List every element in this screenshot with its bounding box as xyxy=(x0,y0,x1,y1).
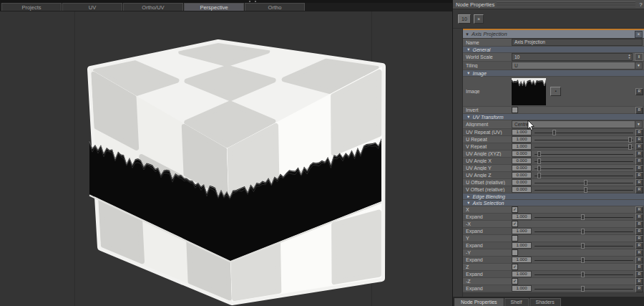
invert-checkbox[interactable] xyxy=(512,107,518,113)
chevron-down-icon[interactable]: ▼ xyxy=(635,121,642,128)
reset-button[interactable]: R xyxy=(635,179,643,186)
u-offset-relative-value[interactable]: 0.000 xyxy=(512,179,532,186)
spinner-icon[interactable]: ▲▼ xyxy=(627,54,632,60)
remove-node-icon[interactable]: × xyxy=(474,14,484,24)
uv-angle-x-slider[interactable] xyxy=(535,158,633,164)
reset-button[interactable]: R xyxy=(635,136,643,143)
reset-button[interactable]: R xyxy=(635,285,643,292)
axis-x-checkbox[interactable]: ✓ xyxy=(512,206,518,213)
slider-handle[interactable] xyxy=(581,286,585,292)
axis-y-checkbox[interactable] xyxy=(512,235,518,242)
reset-button[interactable]: R xyxy=(635,264,643,271)
bottom-tab-shaders[interactable]: Shaders xyxy=(530,298,561,306)
axis-neg-x-checkbox[interactable]: ✓ xyxy=(512,221,518,227)
expand-neg-z-value[interactable]: 1.000 xyxy=(512,285,532,292)
v-offset-relative-value[interactable]: 0.000 xyxy=(512,186,532,193)
viewport-tab-perspective[interactable]: Perspective xyxy=(184,3,244,11)
expand-x-slider[interactable] xyxy=(535,214,633,220)
reset-button[interactable]: R xyxy=(635,129,643,136)
reset-button[interactable]: R xyxy=(635,186,643,193)
uv-angle-x-value[interactable]: 0.000 xyxy=(512,158,532,164)
slider-handle[interactable] xyxy=(628,144,632,150)
slider-handle[interactable] xyxy=(581,257,585,263)
3d-viewport[interactable]: ProjectsUVOrtho/UVPerspectiveOrtho xyxy=(0,0,452,306)
axis-neg-y-checkbox[interactable] xyxy=(512,249,518,256)
uv-angle-y-slider[interactable] xyxy=(535,165,633,171)
reset-button[interactable]: R xyxy=(635,107,643,114)
row-image-section[interactable]: ▼Image xyxy=(463,70,644,77)
reset-button[interactable]: R xyxy=(635,165,643,172)
chevron-down-icon[interactable]: ▼ xyxy=(463,47,472,52)
slider-handle[interactable] xyxy=(537,158,541,164)
slider-handle[interactable] xyxy=(537,151,541,157)
reset-button[interactable]: R xyxy=(635,88,643,95)
row-axis-selection[interactable]: ▼Axis Selection xyxy=(463,200,644,206)
slider-handle[interactable] xyxy=(581,214,585,220)
reset-button[interactable]: R xyxy=(635,150,643,158)
chevron-down-icon[interactable]: ▼ xyxy=(463,115,472,119)
v-offset-relative-slider[interactable] xyxy=(535,186,633,193)
expand-neg-y-slider[interactable] xyxy=(535,257,633,263)
image-thumbnail[interactable] xyxy=(512,78,546,105)
reset-button[interactable]: R xyxy=(635,257,643,264)
v-repeat-slider[interactable] xyxy=(535,143,633,150)
bottom-tab-shelf[interactable]: Shelf xyxy=(504,298,529,306)
reset-button[interactable]: R xyxy=(635,172,643,179)
reset-button[interactable]: R xyxy=(635,278,643,285)
close-icon[interactable]: × xyxy=(635,31,643,38)
reset-button[interactable]: R xyxy=(635,242,643,249)
u-repeat-slider[interactable] xyxy=(535,136,633,143)
envelope-button[interactable]: ‖ xyxy=(635,53,643,61)
name-input[interactable]: Axis Projection xyxy=(512,39,643,46)
spin-down-icon[interactable]: ▼ xyxy=(628,57,631,59)
slider-handle[interactable] xyxy=(552,130,556,135)
help-icon[interactable]: ? xyxy=(638,1,644,8)
axis-z-checkbox[interactable]: ✓ xyxy=(512,264,518,270)
viewport-tab-ortho-uv[interactable]: Ortho/UV xyxy=(123,3,183,11)
uv-angle-xyz-slider[interactable] xyxy=(535,150,633,157)
reset-button[interactable]: R xyxy=(635,235,643,242)
expand-neg-x-slider[interactable] xyxy=(535,228,633,234)
chevron-down-icon[interactable]: ▼ xyxy=(635,62,642,69)
reset-button[interactable]: R xyxy=(635,214,643,221)
alignment-dropdown[interactable]: Centre▼ xyxy=(512,120,643,128)
v-repeat-value[interactable]: 1.000 xyxy=(512,143,532,150)
panel-header[interactable]: Node Properties ? xyxy=(453,0,644,9)
chevron-right-icon[interactable]: ► xyxy=(463,194,472,199)
expand-neg-x-value[interactable]: 1.000 xyxy=(512,228,532,234)
uv-angle-z-value[interactable]: 0.000 xyxy=(512,172,532,178)
bottom-tab-node-properties[interactable]: Node Properties xyxy=(454,298,504,306)
chevron-down-icon[interactable]: ▼ xyxy=(463,201,472,205)
u-repeat-value[interactable]: 1.000 xyxy=(512,136,532,143)
uv-angle-y-value[interactable]: 0.000 xyxy=(512,165,532,171)
uv-repeat-uv-value[interactable]: 1.000 xyxy=(512,129,532,135)
slider-handle[interactable] xyxy=(581,229,585,234)
expand-z-slider[interactable] xyxy=(535,271,633,277)
reset-button[interactable]: R xyxy=(635,271,643,278)
slider-handle[interactable] xyxy=(584,180,587,186)
slider-handle[interactable] xyxy=(581,243,585,249)
reset-button[interactable]: R xyxy=(635,221,643,228)
axis-neg-z-checkbox[interactable]: ✓ xyxy=(512,278,518,285)
row-uv-transform[interactable]: ▼UV Transform xyxy=(463,114,644,120)
expand-y-slider[interactable] xyxy=(535,242,633,249)
reset-button[interactable]: R xyxy=(635,158,643,165)
viewport-tab-uv[interactable]: UV xyxy=(62,3,122,11)
slider-handle[interactable] xyxy=(628,137,632,143)
reset-button[interactable]: R xyxy=(635,249,643,257)
slider-handle[interactable] xyxy=(581,272,585,277)
viewport-tab-ortho[interactable]: Ortho xyxy=(245,3,305,11)
viewport-tab-projects[interactable]: Projects xyxy=(1,3,62,11)
slider-handle[interactable] xyxy=(584,187,587,193)
reset-button[interactable]: R xyxy=(635,143,643,150)
chevron-down-icon[interactable]: ▼ xyxy=(463,32,472,37)
row-general[interactable]: ▼General xyxy=(463,47,644,53)
reset-button[interactable]: R xyxy=(635,228,643,235)
expand-neg-z-slider[interactable] xyxy=(535,285,633,292)
uv-repeat-uv-slider[interactable] xyxy=(535,129,633,135)
node-tab-button[interactable]: 10 xyxy=(458,14,471,24)
world-scale-input[interactable]: 10▲▼ xyxy=(512,53,633,61)
expand-neg-y-value[interactable]: 1.000 xyxy=(512,257,532,263)
u-offset-relative-slider[interactable] xyxy=(535,179,633,186)
expand-y-value[interactable]: 1.000 xyxy=(512,242,532,249)
